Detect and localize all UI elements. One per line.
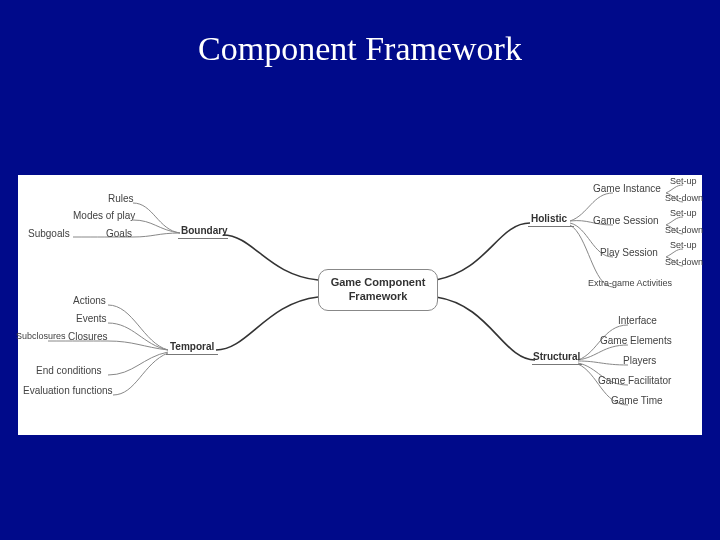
leaf-closures: Closures <box>68 331 107 342</box>
leaf-game-instance: Game Instance <box>593 183 661 194</box>
leaf-gi-setup: Set-up <box>670 176 697 186</box>
leaf-actions: Actions <box>73 295 106 306</box>
leaf-players: Players <box>623 355 656 366</box>
leaf-subclosures: Subclosures <box>16 331 66 341</box>
branch-boundary: Boundary <box>181 225 228 236</box>
leaf-facilitator: Game Facilitator <box>598 375 671 386</box>
leaf-gs-setdown: Set-down <box>665 225 703 235</box>
center-node: Game ComponentFramework <box>318 269 438 311</box>
leaf-ps-setup: Set-up <box>670 240 697 250</box>
leaf-gi-setdown: Set-down <box>665 193 703 203</box>
leaf-events: Events <box>76 313 107 324</box>
underline-holistic <box>528 226 574 227</box>
center-label: Game ComponentFramework <box>331 276 426 304</box>
leaf-game-session: Game Session <box>593 215 659 226</box>
leaf-rules: Rules <box>108 193 134 204</box>
leaf-game-time: Game Time <box>611 395 663 406</box>
leaf-game-elements: Game Elements <box>600 335 672 346</box>
branch-holistic: Holistic <box>531 213 567 224</box>
underline-structural <box>532 364 582 365</box>
leaf-play-session: Play Session <box>600 247 658 258</box>
branch-structural: Structural <box>533 351 580 362</box>
leaf-end-conditions: End conditions <box>36 365 102 376</box>
leaf-extra-game: Extra-game Activities <box>588 278 672 288</box>
mindmap-diagram: Game ComponentFramework Boundary Rules M… <box>18 175 702 435</box>
leaf-goals: Goals <box>106 228 132 239</box>
underline-boundary <box>178 238 228 239</box>
slide-title: Component Framework <box>0 30 720 68</box>
leaf-evaluation-functions: Evaluation functions <box>23 385 113 396</box>
leaf-modes-of-play: Modes of play <box>73 210 135 221</box>
leaf-interface: Interface <box>618 315 657 326</box>
underline-temporal <box>166 354 218 355</box>
branch-temporal: Temporal <box>170 341 214 352</box>
leaf-gs-setup: Set-up <box>670 208 697 218</box>
leaf-subgoals: Subgoals <box>28 228 70 239</box>
slide: Component Framework <box>0 0 720 540</box>
leaf-ps-setdown: Set-down <box>665 257 703 267</box>
